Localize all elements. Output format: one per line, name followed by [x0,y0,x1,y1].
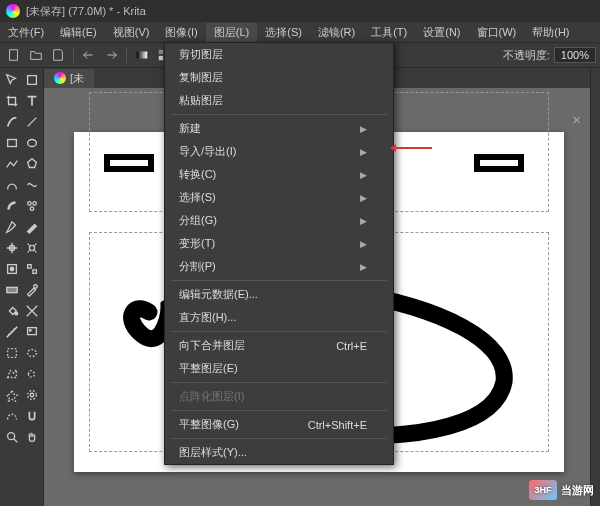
menubar: 文件(F) 编辑(E) 视图(V) 图像(I) 图层(L) 选择(S) 滤镜(R… [0,22,600,42]
rect-tool[interactable] [2,133,21,153]
menu-cut-layer[interactable]: 剪切图层 [165,43,393,66]
calligraphy-tool[interactable] [22,217,41,237]
reference-tool[interactable] [22,322,41,342]
menu-rasterize: 点阵化图层(I) [165,385,393,408]
svg-rect-2 [159,50,163,54]
menu-help[interactable]: 帮助(H) [524,23,577,42]
menu-window[interactable]: 窗口(W) [469,23,525,42]
layer-menu-dropdown: 剪切图层 复制图层 粘贴图层 新建▶ 导入/导出(I)▶ 转换(C)▶ 选择(S… [164,42,394,465]
document-tab[interactable]: [未 [44,69,94,88]
submenu-arrow-icon: ▶ [360,124,367,134]
save-icon[interactable] [48,45,68,65]
opacity-value[interactable]: 100% [554,47,596,63]
brush-tool[interactable] [2,112,21,132]
zoom-tool[interactable] [2,427,21,447]
menu-tools[interactable]: 工具(T) [363,23,415,42]
line-tool[interactable] [22,112,41,132]
menu-layer-style[interactable]: 图层样式(Y)... [165,441,393,464]
polyline-tool[interactable] [2,154,21,174]
bezier-tool[interactable] [2,175,21,195]
shortcut-label: Ctrl+Shift+E [308,419,367,431]
menu-settings[interactable]: 设置(N) [415,23,468,42]
smart-fill-tool[interactable] [2,259,21,279]
menu-image[interactable]: 图像(I) [157,23,205,42]
submenu-arrow-icon: ▶ [360,170,367,180]
deform-tool[interactable] [2,238,21,258]
measure-tool[interactable] [2,322,21,342]
dyna-tool[interactable] [2,196,21,216]
gradient-icon[interactable] [132,45,152,65]
svg-rect-27 [6,287,17,292]
text-tool[interactable] [22,91,41,111]
pan-tool[interactable] [22,427,41,447]
svg-point-33 [27,350,36,357]
menu-import-export[interactable]: 导入/导出(I)▶ [165,140,393,163]
move-tool[interactable] [2,70,21,90]
contig-select-tool[interactable] [2,385,21,405]
redo-icon[interactable] [101,45,121,65]
transform-tool[interactable] [22,70,41,90]
menu-histogram[interactable]: 直方图(H)... [165,306,393,329]
watermark-logo-icon: 3HF [529,480,557,500]
menu-group[interactable]: 分组(G)▶ [165,209,393,232]
magnet-select-tool[interactable] [22,406,41,426]
submenu-arrow-icon: ▶ [360,216,367,226]
assist-tool[interactable] [22,301,41,321]
menu-select-sub[interactable]: 选择(S)▶ [165,186,393,209]
tab-label: [未 [70,71,84,86]
pattern-edit-tool[interactable] [22,259,41,279]
doc-icon [54,72,66,84]
svg-rect-16 [7,140,16,147]
menu-select[interactable]: 选择(S) [257,23,310,42]
ellipse-select-tool[interactable] [22,343,41,363]
panel-close-icon[interactable]: ✕ [572,114,586,128]
menu-convert[interactable]: 转换(C)▶ [165,163,393,186]
rect-select-tool[interactable] [2,343,21,363]
ellipse-tool[interactable] [22,133,41,153]
fill-tool[interactable] [2,301,21,321]
submenu-arrow-icon: ▶ [360,193,367,203]
crop-tool[interactable] [2,91,21,111]
menu-filter[interactable]: 滤镜(R) [310,23,363,42]
poly-select-tool[interactable] [2,364,21,384]
submenu-arrow-icon: ▶ [360,147,367,157]
gradient-tool[interactable] [2,280,21,300]
drawn-rect-right-inner [480,160,518,166]
menu-transform-sub[interactable]: 变形(T)▶ [165,232,393,255]
svg-rect-32 [7,349,16,358]
bezier-select-tool[interactable] [2,406,21,426]
svg-point-17 [27,140,36,147]
svg-point-36 [7,433,14,440]
free-select-tool[interactable] [22,364,41,384]
freehand-tool[interactable] [22,175,41,195]
svg-point-34 [27,391,36,400]
similar-select-tool[interactable] [22,385,41,405]
undo-icon[interactable] [79,45,99,65]
menu-new[interactable]: 新建▶ [165,117,393,140]
menu-metadata[interactable]: 编辑元数据(E)... [165,283,393,306]
shortcut-label: Ctrl+E [336,340,367,352]
svg-line-37 [13,439,17,443]
menu-flatten-image[interactable]: 平整图像(G)Ctrl+Shift+E [165,413,393,436]
menu-file[interactable]: 文件(F) [0,23,52,42]
submenu-arrow-icon: ▶ [360,239,367,249]
color-picker-tool[interactable] [22,280,41,300]
menu-view[interactable]: 视图(V) [105,23,158,42]
edit-shape-tool[interactable] [2,217,21,237]
submenu-arrow-icon: ▶ [360,262,367,272]
multibrush-tool[interactable] [22,196,41,216]
svg-point-31 [29,329,31,331]
menu-split[interactable]: 分割(P)▶ [165,255,393,278]
open-file-icon[interactable] [26,45,46,65]
menu-edit[interactable]: 编辑(E) [52,23,105,42]
svg-rect-0 [10,50,18,61]
lazy-tool[interactable] [22,238,41,258]
app-icon [6,4,20,18]
menu-layer[interactable]: 图层(L) [206,23,257,42]
menu-merge-down[interactable]: 向下合并图层Ctrl+E [165,334,393,357]
menu-flatten-layer[interactable]: 平整图层(E) [165,357,393,380]
new-file-icon[interactable] [4,45,24,65]
menu-paste-layer[interactable]: 粘贴图层 [165,89,393,112]
menu-copy-layer[interactable]: 复制图层 [165,66,393,89]
polygon-tool[interactable] [22,154,41,174]
